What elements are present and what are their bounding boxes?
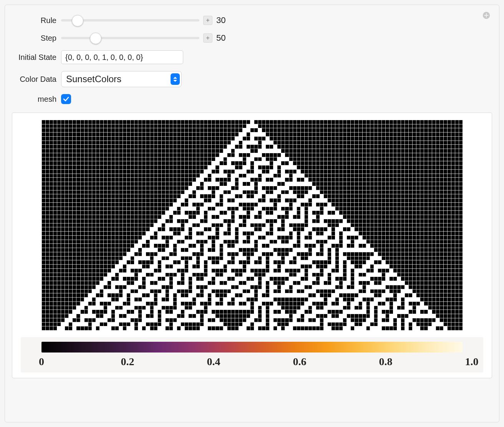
- color-label: Color Data: [15, 75, 56, 84]
- rule-slider-wrap: + 30: [61, 15, 232, 26]
- automaton-plot: [41, 120, 463, 330]
- plus-icon: +: [206, 17, 209, 24]
- step-slider-thumb[interactable]: [90, 33, 101, 44]
- step-slider[interactable]: [61, 33, 199, 43]
- step-slider-wrap: + 50: [61, 33, 232, 43]
- legend-tick: 0.2: [121, 356, 134, 368]
- legend-tick: 0: [39, 356, 44, 368]
- rule-slider[interactable]: [61, 15, 199, 26]
- output-pane: 00.20.40.60.81.0: [12, 113, 492, 378]
- initial-state-input[interactable]: [61, 50, 183, 64]
- step-slider-expand[interactable]: +: [203, 33, 212, 43]
- rule-slider-thumb[interactable]: [72, 15, 83, 26]
- legend-ticks: 00.20.40.60.81.0: [25, 356, 479, 369]
- rule-label: Rule: [15, 16, 56, 25]
- rule-value: 30: [216, 15, 232, 25]
- initial-label: Initial State: [15, 53, 56, 62]
- step-row: Step + 50: [15, 33, 489, 43]
- controls-area: Rule + 30 Step +: [12, 12, 492, 109]
- step-label: Step: [15, 34, 56, 43]
- automaton-canvas: [41, 120, 463, 330]
- legend-gradient: [41, 342, 463, 353]
- legend-tick: 1.0: [465, 356, 479, 368]
- svg-rect-2: [484, 15, 489, 16]
- legend-tick: 0.6: [293, 356, 307, 368]
- rule-slider-expand[interactable]: +: [203, 16, 212, 25]
- step-value: 50: [216, 33, 232, 43]
- plus-icon: +: [206, 35, 209, 41]
- chevron-up-down-icon: [171, 73, 180, 85]
- color-row: Color Data SunsetColors: [15, 71, 489, 87]
- check-icon: [63, 96, 70, 103]
- color-data-value: SunsetColors: [66, 74, 121, 84]
- color-data-select[interactable]: SunsetColors: [61, 71, 182, 87]
- color-legend: 00.20.40.60.81.0: [21, 337, 483, 372]
- legend-tick: 0.4: [207, 356, 220, 368]
- panel-expand-button[interactable]: [482, 11, 491, 20]
- manipulate-panel: Rule + 30 Step +: [5, 5, 499, 422]
- legend-tick: 0.8: [379, 356, 393, 368]
- plus-circle-icon: [482, 11, 491, 20]
- mesh-row: mesh: [15, 94, 489, 104]
- mesh-label: mesh: [15, 95, 56, 104]
- rule-row: Rule + 30: [15, 15, 489, 26]
- mesh-checkbox[interactable]: [61, 94, 71, 104]
- initial-row: Initial State: [15, 50, 489, 64]
